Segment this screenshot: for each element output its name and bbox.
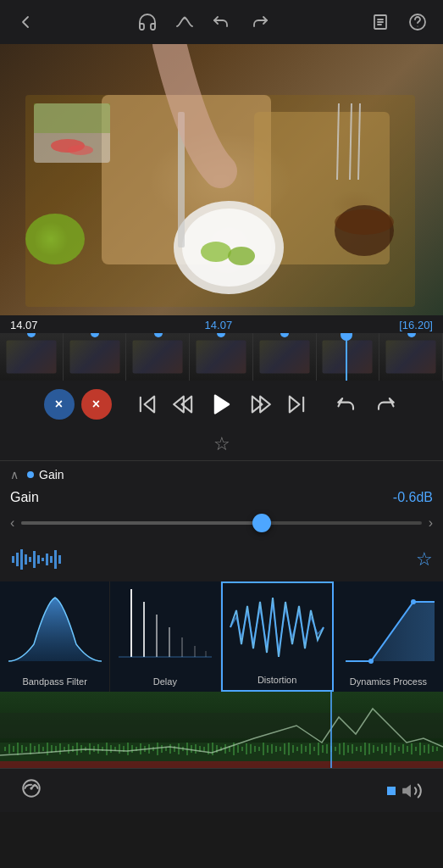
volume-icon[interactable] — [387, 780, 423, 802]
svg-rect-150 — [394, 745, 396, 753]
badge-button-1[interactable]: × — [44, 389, 75, 420]
slider-thumb[interactable] — [252, 514, 271, 532]
svg-rect-57 — [0, 713, 443, 738]
svg-rect-157 — [424, 745, 425, 753]
bandpass-filter-card[interactable]: Bandpass Filter — [0, 581, 110, 692]
help-icon[interactable] — [406, 10, 429, 34]
bandpass-filter-label: Bandpass Filter — [22, 676, 86, 687]
svg-rect-88 — [131, 745, 133, 753]
dynamics-label: Dynamics Process — [350, 676, 427, 687]
svg-rect-85 — [119, 744, 120, 754]
gain-section: ∧ Gain Gain -0.6dB ‹ › — [0, 460, 443, 541]
svg-rect-144 — [368, 743, 370, 754]
svg-rect-152 — [402, 744, 404, 754]
delay-card[interactable]: Delay — [110, 581, 220, 692]
svg-rect-87 — [127, 743, 129, 755]
svg-rect-133 — [322, 745, 324, 753]
time-end: [16.20] — [399, 319, 433, 331]
svg-rect-159 — [432, 746, 434, 752]
svg-rect-41 — [42, 558, 44, 561]
svg-rect-131 — [313, 747, 315, 751]
effect-star-icon[interactable]: ☆ — [416, 548, 433, 570]
slider-fill — [21, 521, 261, 525]
step-forward-button[interactable] — [244, 389, 274, 420]
svg-point-55 — [411, 599, 416, 604]
svg-rect-158 — [428, 744, 429, 754]
filmstrip[interactable] — [0, 333, 443, 381]
svg-rect-80 — [97, 744, 99, 754]
svg-rect-71 — [59, 743, 61, 754]
svg-rect-44 — [54, 550, 57, 569]
distortion-card[interactable]: Distortion — [221, 581, 334, 692]
svg-rect-156 — [419, 743, 421, 755]
svg-rect-136 — [335, 747, 336, 751]
curve-icon[interactable] — [173, 10, 197, 34]
bottom-timeline[interactable] — [0, 692, 443, 768]
svg-rect-34 — [12, 556, 14, 563]
bandpass-viz — [0, 581, 109, 673]
svg-point-23 — [335, 209, 394, 235]
slider-decrease-button[interactable]: ‹ — [10, 515, 14, 531]
svg-rect-153 — [407, 746, 408, 752]
svg-marker-165 — [402, 784, 411, 797]
svg-rect-63 — [25, 747, 27, 751]
svg-rect-149 — [390, 743, 391, 755]
dynamics-process-card[interactable]: Dynamics Process — [334, 581, 443, 692]
play-button[interactable] — [207, 389, 237, 420]
mini-waveform — [10, 544, 95, 575]
svg-rect-119 — [263, 743, 264, 755]
svg-rect-43 — [50, 556, 53, 563]
gain-header: ∧ Gain — [10, 468, 433, 481]
transport-controls: × × — [0, 381, 443, 428]
playhead — [346, 333, 347, 381]
svg-rect-120 — [267, 745, 269, 753]
filmstrip-frame-2 — [64, 333, 127, 381]
undo-icon[interactable] — [210, 10, 234, 34]
favorites-row: ☆ — [0, 428, 443, 460]
svg-point-17 — [68, 145, 93, 155]
gain-slider[interactable] — [21, 521, 421, 525]
svg-rect-116 — [250, 744, 252, 754]
step-back-button[interactable] — [169, 389, 200, 420]
list-icon[interactable] — [368, 10, 392, 34]
slider-increase-button[interactable]: › — [429, 515, 433, 531]
svg-rect-124 — [284, 743, 285, 754]
svg-rect-99 — [178, 743, 180, 754]
top-bar — [0, 0, 443, 44]
svg-rect-59 — [8, 744, 10, 754]
gain-name-label: Gain — [10, 490, 39, 505]
time-center: 14.07 — [205, 319, 233, 331]
svg-rect-83 — [110, 745, 112, 753]
skip-to-end-button[interactable] — [281, 389, 312, 420]
undo-button[interactable] — [332, 389, 363, 420]
favorite-star-icon[interactable]: ☆ — [213, 433, 230, 455]
distortion-viz — [223, 583, 332, 671]
svg-rect-105 — [203, 747, 205, 751]
svg-rect-127 — [296, 747, 298, 751]
distortion-label: Distortion — [257, 675, 296, 685]
gain-value-label: -0.6dB — [393, 490, 433, 505]
skip-to-start-button[interactable] — [132, 389, 163, 420]
svg-rect-74 — [72, 746, 74, 752]
gain-chevron-icon[interactable]: ∧ — [10, 468, 19, 481]
svg-rect-143 — [364, 743, 366, 755]
svg-point-12 — [201, 242, 231, 262]
waveform-star-row: ☆ — [0, 541, 443, 581]
svg-rect-42 — [46, 554, 48, 565]
filmstrip-frame-7 — [379, 333, 443, 381]
svg-rect-37 — [25, 554, 27, 565]
back-button[interactable] — [14, 10, 37, 34]
svg-rect-15 — [34, 103, 110, 133]
headphones-icon[interactable] — [136, 10, 159, 34]
speedometer-icon[interactable] — [20, 777, 42, 804]
svg-rect-151 — [398, 747, 400, 751]
timeline-waveform — [0, 692, 443, 768]
bottom-bar — [0, 768, 443, 812]
svg-rect-142 — [360, 746, 362, 752]
effects-strip: Bandpass Filter Delay — [0, 581, 443, 692]
badge-button-2[interactable]: × — [81, 389, 112, 420]
redo-button[interactable] — [369, 389, 400, 420]
svg-rect-62 — [21, 745, 23, 753]
redo-icon[interactable] — [247, 10, 271, 34]
svg-rect-45 — [58, 555, 61, 564]
